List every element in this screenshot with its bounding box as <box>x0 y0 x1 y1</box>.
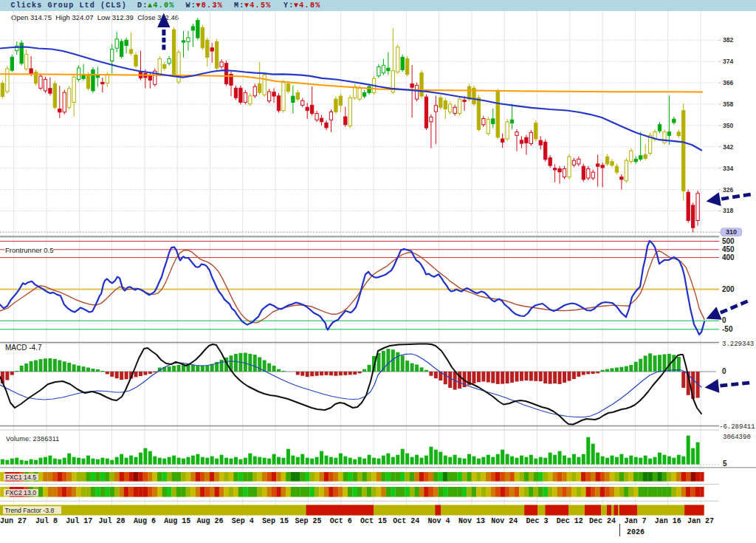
svg-text:Sep 15: Sep 15 <box>262 517 289 525</box>
svg-text:Aug 26: Aug 26 <box>196 517 223 525</box>
svg-text:Jan 16: Jan 16 <box>655 517 681 525</box>
svg-text:Oct 24: Oct 24 <box>393 517 419 525</box>
svg-text:342: 342 <box>723 143 733 151</box>
svg-text:Nov 4: Nov 4 <box>428 517 450 525</box>
svg-text:Aug 6: Aug 6 <box>134 517 156 525</box>
svg-text:450: 450 <box>722 245 735 253</box>
svg-text:3064390: 3064390 <box>723 434 751 441</box>
svg-text:366: 366 <box>723 79 733 86</box>
svg-text:MACD -4.7: MACD -4.7 <box>5 344 42 352</box>
svg-text:-50: -50 <box>722 325 733 333</box>
svg-text:200: 200 <box>722 285 735 293</box>
svg-text:3.229343: 3.229343 <box>722 341 754 348</box>
svg-text:350: 350 <box>723 122 733 129</box>
svg-text:Frontrunner 0.5: Frontrunner 0.5 <box>5 246 53 254</box>
svg-text:Jan 27: Jan 27 <box>687 517 714 525</box>
svg-text:0: 0 <box>722 316 726 324</box>
svg-text:382: 382 <box>723 36 733 44</box>
svg-text:Jul 28: Jul 28 <box>99 517 126 525</box>
svg-text:Sep 25: Sep 25 <box>295 517 321 525</box>
svg-text:358: 358 <box>723 100 733 108</box>
svg-text:310: 310 <box>726 228 737 236</box>
svg-text:Nov 13: Nov 13 <box>458 517 485 525</box>
svg-text:Volume: 2386311: Volume: 2386311 <box>6 435 59 443</box>
svg-text:Nov 24: Nov 24 <box>491 517 518 525</box>
svg-text:Dec 3: Dec 3 <box>526 517 548 525</box>
svg-text:Sep 4: Sep 4 <box>232 517 254 525</box>
svg-text:Jan 7: Jan 7 <box>624 517 646 525</box>
svg-text:Jul 17: Jul 17 <box>66 517 92 525</box>
svg-text:400: 400 <box>722 253 735 262</box>
svg-text:5: 5 <box>723 460 727 468</box>
svg-text:318: 318 <box>723 207 733 214</box>
svg-text:0: 0 <box>722 367 726 375</box>
svg-text:374: 374 <box>723 58 733 65</box>
svg-text:-6.289411: -6.289411 <box>719 423 755 431</box>
svg-text:Oct 6: Oct 6 <box>330 517 352 525</box>
svg-text:Jul 8: Jul 8 <box>35 517 58 525</box>
svg-text:Dec 12: Dec 12 <box>557 517 583 525</box>
svg-text:Dec 24: Dec 24 <box>589 517 616 525</box>
svg-text:Jun 27: Jun 27 <box>0 517 27 525</box>
svg-text:500: 500 <box>722 237 735 245</box>
svg-text:Trend Factor -3.8: Trend Factor -3.8 <box>5 507 55 514</box>
svg-text:FXC1 14.5: FXC1 14.5 <box>6 474 37 481</box>
svg-text:FXC2 13.0: FXC2 13.0 <box>6 489 37 496</box>
svg-text:Oct 15: Oct 15 <box>360 517 387 525</box>
svg-text:326: 326 <box>723 186 733 194</box>
svg-text:334: 334 <box>723 165 733 172</box>
svg-text:2026: 2026 <box>627 528 645 536</box>
svg-text:Aug 15: Aug 15 <box>164 517 190 525</box>
